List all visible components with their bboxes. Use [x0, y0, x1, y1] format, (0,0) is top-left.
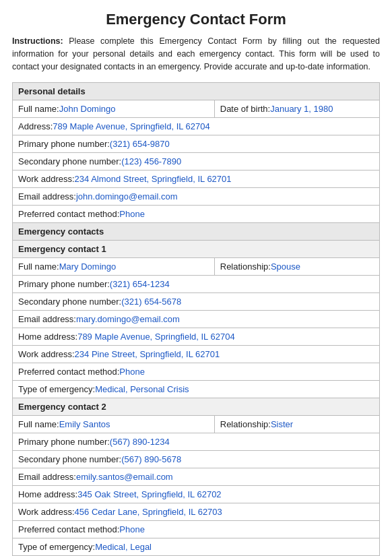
c2-contact-method-value: Phone: [119, 524, 145, 534]
table-row: Primary phone number:(321) 654-1234: [13, 276, 380, 293]
c2-relationship-label: Relationship:: [220, 419, 271, 429]
c1-relationship-label: Relationship:: [220, 261, 271, 272]
contact-method-cell: Preferred contact method:Phone: [13, 206, 380, 223]
email-value: john.domingo@email.com: [76, 191, 178, 202]
table-row: Home address:789 Maple Avenue, Springfie…: [13, 328, 380, 346]
c2-full-name-label: Full name:: [18, 419, 59, 429]
contact2-label: Emergency contact 2: [13, 398, 380, 416]
address-cell: Address:789 Maple Avenue, Springfield, I…: [13, 118, 380, 135]
table-row: Full name:Mary Domingo Relationship:Spou…: [13, 258, 380, 276]
c1-contact-method-cell: Preferred contact method:Phone: [13, 363, 380, 381]
c1-primary-phone-label: Primary phone number:: [18, 279, 110, 289]
c1-emergency-type-cell: Type of emergency:Medical, Personal Cris…: [13, 381, 380, 398]
page-title: Emergency Contact Form: [12, 7, 380, 28]
c2-relationship-value: Sister: [271, 419, 293, 429]
c1-emergency-type-value: Medical, Personal Crisis: [95, 384, 189, 394]
secondary-phone-cell: Secondary phone number:(123) 456-7890: [13, 153, 380, 171]
c2-contact-method-label: Preferred contact method:: [18, 524, 119, 534]
contact1-label: Emergency contact 1: [13, 241, 380, 258]
c2-work-address-label: Work address:: [18, 507, 75, 517]
table-row: Email address:emily.santos@email.com: [13, 468, 380, 486]
c1-full-name-cell: Full name:Mary Domingo: [13, 258, 215, 276]
c2-primary-phone-value: (567) 890-1234: [110, 437, 170, 447]
address-value: 789 Maple Avenue, Springfield, IL 62704: [53, 121, 209, 131]
c1-home-address-label: Home address:: [18, 332, 77, 342]
c1-contact-method-label: Preferred contact method:: [18, 367, 119, 377]
c1-home-address-value: 789 Maple Avenue, Springfield, IL 62704: [77, 332, 234, 342]
c2-primary-phone-cell: Primary phone number:(567) 890-1234: [13, 433, 380, 451]
c2-home-address-cell: Home address:345 Oak Street, Springfield…: [13, 486, 380, 503]
c2-home-address-label: Home address:: [18, 489, 77, 499]
full-name-value: John Domingo: [59, 104, 116, 114]
secondary-phone-value: (123) 456-7890: [121, 156, 181, 166]
c2-relationship-cell: Relationship:Sister: [214, 416, 379, 433]
c2-work-address-value: 456 Cedar Lane, Springfield, IL 62703: [75, 507, 222, 517]
email-cell: Email address:john.domingo@email.com: [13, 188, 380, 206]
primary-phone-value: (321) 654-9870: [110, 139, 170, 149]
c2-contact-method-cell: Preferred contact method:Phone: [13, 521, 380, 538]
form-table: Personal details Full name:John Domingo …: [12, 82, 380, 556]
dob-label: Date of birth:: [220, 104, 270, 114]
c2-emergency-type-value: Medical, Legal: [95, 542, 152, 552]
c1-work-address-cell: Work address:234 Pine Street, Springfiel…: [13, 346, 380, 363]
table-row: Work address:234 Almond Street, Springfi…: [13, 171, 380, 188]
table-row: Primary phone number:(321) 654-9870: [13, 135, 380, 153]
work-address-value: 234 Almond Street, Springfield, IL 62701: [75, 174, 232, 184]
c1-primary-phone-value: (321) 654-1234: [110, 279, 170, 289]
full-name-cell: Full name:John Domingo: [13, 100, 215, 118]
contact2-header: Emergency contact 2: [13, 398, 380, 416]
dob-value: January 1, 1980: [270, 104, 333, 114]
instructions: Instructions: Please complete this Emerg…: [12, 35, 380, 73]
table-row: Work address:234 Pine Street, Springfiel…: [13, 346, 380, 363]
instructions-bold: Instructions:: [12, 36, 63, 46]
primary-phone-cell: Primary phone number:(321) 654-9870: [13, 135, 380, 153]
table-row: Home address:345 Oak Street, Springfield…: [13, 486, 380, 503]
c2-emergency-type-label: Type of emergency:: [18, 542, 95, 552]
c1-work-address-label: Work address:: [18, 349, 75, 359]
c1-emergency-type-label: Type of emergency:: [18, 384, 95, 394]
full-name-label: Full name:: [18, 104, 59, 114]
personal-details-header: Personal details: [13, 83, 380, 100]
table-row: Full name:Emily Santos Relationship:Sist…: [13, 416, 380, 433]
table-row: Email address:mary.domingo@email.com: [13, 311, 380, 328]
table-row: Preferred contact method:Phone: [13, 363, 380, 381]
instructions-text: Please complete this Emergency Contact F…: [12, 36, 380, 71]
work-address-cell: Work address:234 Almond Street, Springfi…: [13, 171, 380, 188]
c1-work-address-value: 234 Pine Street, Springfield, IL 62701: [75, 349, 220, 359]
c1-email-cell: Email address:mary.domingo@email.com: [13, 311, 380, 328]
c1-secondary-phone-cell: Secondary phone number:(321) 654-5678: [13, 293, 380, 311]
table-row: Secondary phone number:(321) 654-5678: [13, 293, 380, 311]
table-row: Secondary phone number:(567) 890-5678: [13, 451, 380, 468]
c1-email-label: Email address:: [18, 314, 76, 324]
c2-email-label: Email address:: [18, 472, 76, 482]
c1-home-address-cell: Home address:789 Maple Avenue, Springfie…: [13, 328, 380, 346]
emergency-contacts-label: Emergency contacts: [13, 223, 380, 241]
c1-full-name-value: Mary Domingo: [59, 261, 117, 272]
c1-primary-phone-cell: Primary phone number:(321) 654-1234: [13, 276, 380, 293]
c2-home-address-value: 345 Oak Street, Springfield, IL 62702: [77, 489, 221, 499]
table-row: Type of emergency:Medical, Personal Cris…: [13, 381, 380, 398]
address-label: Address:: [18, 121, 53, 131]
c2-work-address-cell: Work address:456 Cedar Lane, Springfield…: [13, 503, 380, 521]
dob-cell: Date of birth:January 1, 1980: [214, 100, 379, 118]
table-row: Email address:john.domingo@email.com: [13, 188, 380, 206]
email-label: Email address:: [18, 191, 76, 202]
c2-email-value: emily.santos@email.com: [76, 472, 173, 482]
personal-details-label: Personal details: [13, 83, 380, 100]
c1-email-value: mary.domingo@email.com: [76, 314, 180, 324]
c2-secondary-phone-cell: Secondary phone number:(567) 890-5678: [13, 451, 380, 468]
c1-secondary-phone-value: (321) 654-5678: [121, 297, 181, 307]
c1-full-name-label: Full name:: [18, 261, 59, 272]
secondary-phone-label: Secondary phone number:: [18, 156, 121, 166]
primary-phone-label: Primary phone number:: [18, 139, 110, 149]
c2-full-name-value: Emily Santos: [59, 419, 110, 429]
table-row: Type of emergency:Medical, Legal: [13, 538, 380, 556]
table-row: Full name:John Domingo Date of birth:Jan…: [13, 100, 380, 118]
table-row: Work address:456 Cedar Lane, Springfield…: [13, 503, 380, 521]
c2-email-cell: Email address:emily.santos@email.com: [13, 468, 380, 486]
emergency-contacts-header: Emergency contacts: [13, 223, 380, 241]
contact-method-value: Phone: [119, 209, 145, 219]
c1-contact-method-value: Phone: [119, 367, 145, 377]
work-address-label: Work address:: [18, 174, 75, 184]
c1-relationship-value: Spouse: [271, 261, 300, 272]
